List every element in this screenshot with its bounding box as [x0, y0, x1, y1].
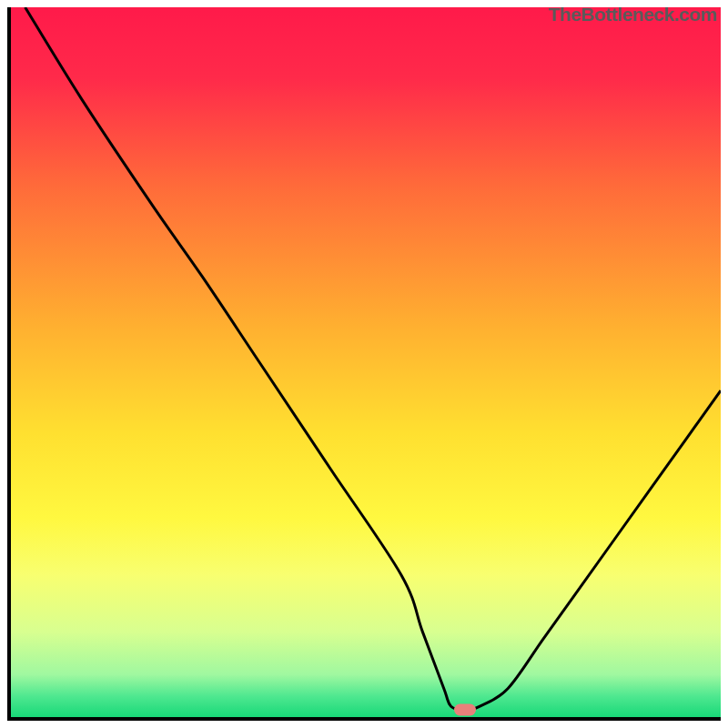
optimum-marker [454, 704, 476, 716]
bottleneck-curve [11, 7, 721, 717]
watermark-label: TheBottleneck.com [549, 4, 717, 25]
chart-plot-area [7, 7, 721, 721]
